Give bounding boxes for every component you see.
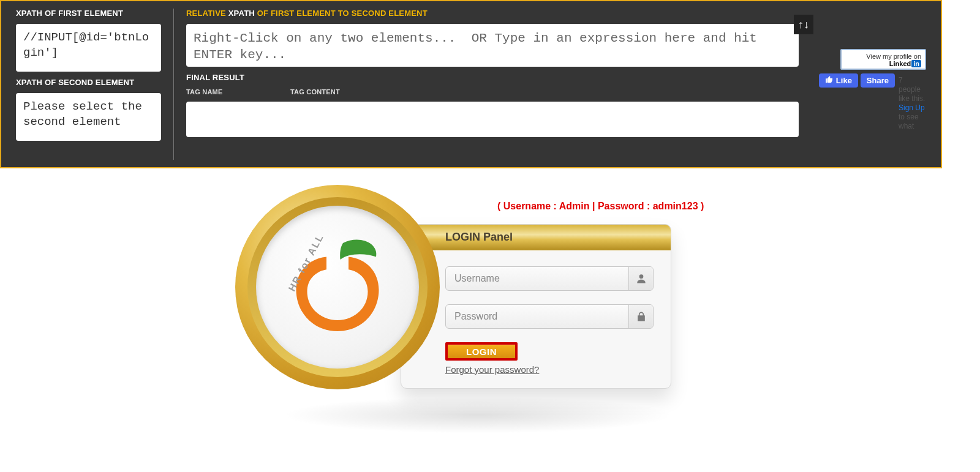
password-field-wrap [445,304,654,329]
xpath-second-input[interactable] [16,93,161,141]
thumbs-up-icon [825,75,834,86]
relative-xpath-label: RELATIVE XPATH OF FIRST ELEMENT TO SECON… [186,9,799,18]
username-field-wrap [445,266,654,291]
final-result-row: TAG NAME TAG CONTENT [186,88,799,96]
facebook-side-text: 7 people like this. Sign Up to see what [899,73,926,131]
facebook-like-button[interactable]: Like [819,73,858,88]
username-input[interactable] [446,267,628,290]
linkedin-profile-badge[interactable]: View my profile on Linkedin [840,49,926,70]
swap-elements-button[interactable]: ↑↓ [794,15,813,34]
facebook-share-button[interactable]: Share [861,73,895,88]
credentials-hint: ( Username : Admin | Password : admin123… [497,201,704,212]
final-result-output[interactable] [186,102,799,137]
facebook-signup-link[interactable]: Sign Up [899,103,925,112]
lock-icon [628,305,653,328]
relative-xpath-input[interactable] [186,24,799,67]
tag-content-label: TAG CONTENT [290,88,799,96]
xpath-center-column: RELATIVE XPATH OF FIRST ELEMENT TO SECON… [186,9,799,160]
xpath-left-column: XPATH OF FIRST ELEMENT XPATH OF SECOND E… [16,9,174,160]
final-result-label: FINAL RESULT [186,73,799,82]
linkedin-badge-text: View my profile on [845,53,921,60]
forgot-password-link[interactable]: Forgot your password? [445,364,539,375]
devpanel-right-column: View my profile on Linkedin Like Share 7 [811,9,926,160]
tag-name-label: TAG NAME [186,88,278,96]
xpath-dev-panel: XPATH OF FIRST ELEMENT XPATH OF SECOND E… [0,0,942,168]
login-button[interactable]: LOGIN [445,342,518,361]
xpath-second-label: XPATH OF SECOND ELEMENT [16,78,161,87]
password-input[interactable] [446,305,628,328]
xpath-first-label: XPATH OF FIRST ELEMENT [16,9,161,18]
login-panel-title: LOGIN Panel [401,225,671,250]
brand-circle: HR for ALL [235,185,440,389]
user-icon [628,267,653,290]
right-gutter [942,0,980,168]
login-panel: LOGIN Panel LOGIN Forgot your password? [401,224,671,389]
login-card-shadow [282,397,674,433]
swap-vertical-icon: ↑↓ [798,18,809,31]
linkedin-logo: Linkedin [889,60,921,67]
svg-point-0 [639,274,643,279]
xpath-first-input[interactable] [16,24,161,72]
